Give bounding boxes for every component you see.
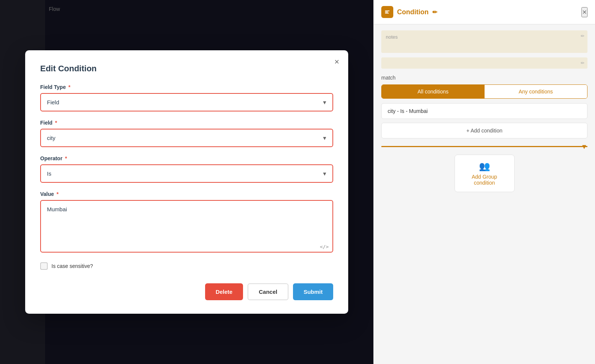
field-label: Field * <box>40 120 333 126</box>
value-textarea-wrapper: Mumbai </> <box>40 200 333 254</box>
value-required: * <box>56 191 58 197</box>
notes-edit-icon-2[interactable]: ✏ <box>581 60 584 66</box>
modal-footer: Delete Cancel Submit <box>40 283 333 300</box>
right-panel-edit-icon[interactable]: ✏ <box>432 9 437 16</box>
field-required: * <box>55 120 57 126</box>
add-group-container: 👥 Add Group condition <box>381 155 587 192</box>
modal-close-button[interactable]: × <box>334 58 339 66</box>
right-panel-close-button[interactable]: × <box>581 7 587 17</box>
right-panel-title: Condition ✏ <box>381 6 437 18</box>
svg-rect-1 <box>385 12 388 12</box>
case-sensitive-row: Is case sensitive? <box>40 262 333 270</box>
value-label: Value * <box>40 191 333 197</box>
field-select-wrapper: city name email phone ▼ <box>40 129 333 147</box>
right-panel-header: Condition ✏ × <box>374 0 595 24</box>
add-condition-button[interactable]: + Add condition <box>381 123 587 138</box>
notes-placeholder-text: notes <box>386 34 398 40</box>
operator-label: Operator * <box>40 155 333 161</box>
add-group-condition-button[interactable]: 👥 Add Group condition <box>455 155 515 192</box>
svg-rect-0 <box>385 11 390 11</box>
delete-button[interactable]: Delete <box>205 283 243 300</box>
conditions-toggle: All conditions Any conditions <box>381 84 587 99</box>
field-type-label: Field Type * <box>40 84 333 90</box>
all-conditions-button[interactable]: All conditions <box>382 85 485 98</box>
operator-select-wrapper: Is Is not Contains Does not contain Star… <box>40 164 333 183</box>
value-group: Value * Mumbai </> <box>40 191 333 254</box>
right-panel-title-text: Condition <box>397 8 429 16</box>
right-panel-content: notes ✏ ✏ match All conditions Any condi… <box>374 24 595 198</box>
condition-row[interactable]: city - Is - Mumbai <box>381 103 587 119</box>
operator-required: * <box>65 155 67 161</box>
field-type-required: * <box>68 84 70 90</box>
match-label: match <box>381 75 587 81</box>
field-type-group: Field Type * Field Variable Expression ▼ <box>40 84 333 111</box>
notes-area-2: ✏ <box>381 57 587 69</box>
submit-button[interactable]: Submit <box>293 283 333 300</box>
condition-orange-icon <box>381 6 393 18</box>
edit-condition-modal: Edit Condition × Field Type * Field Vari… <box>25 50 348 314</box>
match-section: match All conditions Any conditions <box>381 75 587 99</box>
modal-title: Edit Condition <box>40 64 333 74</box>
divider-arrow-icon: ▼ <box>581 143 587 151</box>
any-conditions-button[interactable]: Any conditions <box>485 85 587 98</box>
modal-overlay: Edit Condition × Field Type * Field Vari… <box>0 0 373 364</box>
add-group-label: Add Group condition <box>461 174 508 186</box>
field-group: Field * city name email phone ▼ <box>40 120 333 147</box>
field-type-select-wrapper: Field Variable Expression ▼ <box>40 93 333 111</box>
value-textarea[interactable]: Mumbai <box>40 200 333 253</box>
case-sensitive-label: Is case sensitive? <box>51 263 93 269</box>
condition-text: city - Is - Mumbai <box>388 108 428 114</box>
section-divider: ▼ <box>381 146 587 147</box>
cancel-button[interactable]: Cancel <box>248 283 288 300</box>
code-icon: </> <box>320 244 329 250</box>
field-select[interactable]: city name email phone <box>40 129 333 147</box>
operator-group: Operator * Is Is not Contains Does not c… <box>40 155 333 183</box>
right-panel: Condition ✏ × notes ✏ ✏ match All condit… <box>373 0 595 364</box>
svg-rect-2 <box>385 13 389 14</box>
operator-select[interactable]: Is Is not Contains Does not contain Star… <box>40 164 333 183</box>
add-group-icon: 👥 <box>479 161 490 171</box>
field-type-select[interactable]: Field Variable Expression <box>40 93 333 111</box>
case-sensitive-checkbox[interactable] <box>40 262 48 270</box>
notes-area: notes ✏ <box>381 30 587 53</box>
notes-edit-icon[interactable]: ✏ <box>581 33 584 39</box>
